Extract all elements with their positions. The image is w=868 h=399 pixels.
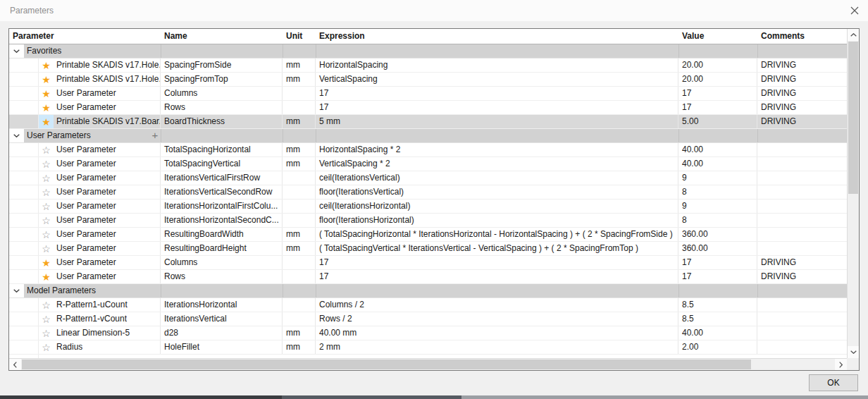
table-row[interactable]: ☆User ParameterIterationsVerticalFirstRo… [9,171,847,185]
comments-cell[interactable]: DRIVING [757,59,847,72]
scroll-right-button[interactable] [835,359,847,370]
group-row-model-parameters[interactable]: Model Parameters [9,284,847,298]
comments-cell[interactable] [757,228,847,241]
name-cell[interactable]: ResultingBoardHeight [161,242,283,255]
star-outline-icon[interactable]: ☆ [39,228,54,241]
expression-cell[interactable]: 17 [316,87,678,100]
name-cell[interactable]: HoleFillet [161,340,283,354]
comments-cell[interactable]: DRIVING [757,87,847,100]
horizontal-scrollbar[interactable] [9,358,847,370]
star-outline-icon[interactable]: ☆ [39,214,54,227]
expression-cell[interactable]: ( TotalSpacingVertical * IterationsVerti… [316,242,678,255]
table-row[interactable]: ☆User ParameterTotalSpacingHorizontalmmH… [9,143,847,157]
expression-cell[interactable]: floor(IterationsHorizontal) [316,214,678,227]
name-cell[interactable]: IterationsVertical [161,312,283,326]
comments-cell[interactable] [757,326,847,340]
expression-cell[interactable]: VerticalSpacing [316,73,678,86]
expression-cell[interactable]: Rows / 2 [316,312,678,326]
chevron-down-icon[interactable] [9,44,24,58]
table-row[interactable]: ★User ParameterColumns1717DRIVING [9,87,847,101]
group-row-favorites[interactable]: Favorites [9,44,847,59]
comments-cell[interactable] [757,312,847,326]
star-filled-icon[interactable]: ★ [39,73,54,86]
table-row[interactable]: ☆R-Pattern1-vCountIterationsVerticalRows… [9,312,847,326]
star-filled-icon[interactable]: ★ [39,270,54,283]
star-filled-icon[interactable]: ★ [39,59,54,72]
name-cell[interactable]: SpacingFromTop [161,73,283,86]
star-outline-icon[interactable]: ☆ [39,242,54,255]
star-filled-icon[interactable]: ★ [39,87,54,100]
expression-cell[interactable]: 17 [316,256,678,269]
scroll-down-button[interactable] [848,346,859,358]
star-filled-icon[interactable]: ★ [39,101,54,114]
close-icon[interactable] [847,3,862,18]
name-cell[interactable]: ResultingBoardWidth [161,228,283,241]
horizontal-scroll-thumb[interactable] [22,360,751,369]
name-cell[interactable]: d28 [161,326,283,340]
column-header-name[interactable]: Name [161,29,283,44]
comments-cell[interactable] [757,157,847,171]
comments-cell[interactable] [757,143,847,156]
expression-cell[interactable]: floor(IterationsVertical) [316,185,678,199]
name-cell[interactable]: BoardThickness [161,115,283,128]
table-row[interactable]: ★Printable SKADIS v17.Hole...SpacingFrom… [9,59,847,73]
name-cell[interactable]: IterationsHorizontalSecondC... [161,214,283,227]
expression-cell[interactable]: 17 [316,101,678,114]
name-cell[interactable]: IterationsHorizontal [161,298,283,312]
chevron-down-icon[interactable] [9,284,24,297]
star-outline-icon[interactable]: ☆ [39,312,54,326]
name-cell[interactable]: TotalSpacingVertical [161,157,283,171]
comments-cell[interactable] [757,171,847,185]
name-cell[interactable]: IterationsVerticalSecondRow [161,185,283,199]
vertical-scrollbar[interactable] [847,29,859,358]
comments-cell[interactable] [757,242,847,255]
expression-cell[interactable]: 17 [316,270,678,283]
star-outline-icon[interactable]: ☆ [39,143,54,156]
name-cell[interactable]: Rows [161,101,283,114]
name-cell[interactable]: Columns [161,87,283,100]
table-row[interactable]: ☆R-Pattern1-uCountIterationsHorizontalCo… [9,298,847,312]
table-row[interactable]: ☆RadiusHoleFilletmm2 mm2.00 [9,340,847,355]
table-row[interactable]: ☆User ParameterIterationsHorizontalSecon… [9,214,847,228]
expression-cell[interactable]: Columns / 2 [316,298,678,312]
chevron-down-icon[interactable] [9,129,24,142]
comments-cell[interactable]: DRIVING [757,256,847,269]
comments-cell[interactable] [757,340,847,354]
comments-cell[interactable] [757,200,847,213]
scroll-left-button[interactable] [9,359,21,370]
table-row[interactable]: ★Printable SKADIS v17.Hole...SpacingFrom… [9,73,847,87]
table-row[interactable]: ☆User ParameterIterationsHorizontalFirst… [9,200,847,214]
table-row[interactable]: ★Printable SKADIS v17.Boar...BoardThickn… [9,115,847,129]
ok-button[interactable]: OK [809,374,858,391]
comments-cell[interactable]: DRIVING [757,115,847,128]
name-cell[interactable]: IterationsHorizontalFirstColu... [161,200,283,213]
expression-cell[interactable]: HorizontalSpacing [316,59,678,72]
expression-cell[interactable]: HorizontalSpacing * 2 [316,143,678,156]
table-row[interactable]: ☆User ParameterResultingBoardHeightmm( T… [9,242,847,256]
star-filled-icon[interactable]: ★ [39,256,54,269]
column-header-expression[interactable]: Expression [316,29,678,44]
table-row[interactable]: ☆User ParameterIterationsVerticalSecondR… [9,185,847,200]
group-row-user-parameters[interactable]: User Parameters+ [9,129,847,143]
star-outline-icon[interactable]: ☆ [39,298,54,312]
name-cell[interactable]: IterationsVerticalFirstRow [161,171,283,185]
expression-cell[interactable]: 40.00 mm [316,326,678,340]
expression-cell[interactable]: ( TotalSpacingHorizontal * IterationsHor… [316,228,678,241]
column-header-value[interactable]: Value [678,29,757,44]
expression-cell[interactable]: VerticalSpacing * 2 [316,157,678,171]
expression-cell[interactable]: ceil(IterationsHorizontal) [316,200,678,213]
comments-cell[interactable]: DRIVING [757,270,847,283]
expression-cell[interactable]: 5 mm [316,115,678,128]
vertical-scroll-thumb[interactable] [848,42,858,194]
expression-cell[interactable]: 2 mm [316,340,678,354]
comments-cell[interactable]: DRIVING [757,73,847,86]
name-cell[interactable]: Rows [161,270,283,283]
table-row[interactable]: ☆User ParameterResultingBoardWidthmm( To… [9,228,847,242]
comments-cell[interactable] [757,214,847,227]
add-user-parameter-button plus-icon[interactable]: + [148,129,162,142]
expression-cell[interactable]: ceil(IterationsVertical) [316,171,678,185]
star-filled-icon[interactable]: ★ [39,115,54,128]
star-outline-icon[interactable]: ☆ [39,185,54,199]
comments-cell[interactable]: DRIVING [757,101,847,114]
comments-cell[interactable] [757,298,847,312]
